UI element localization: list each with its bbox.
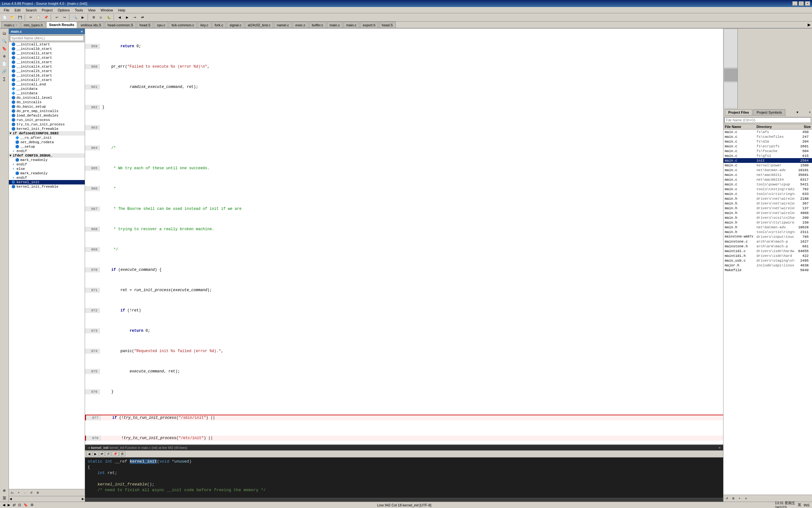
file-row[interactable]: main.hdrivers\net\wireles367 — [723, 201, 812, 206]
tab-scroll-right[interactable]: ▶ — [808, 22, 811, 28]
symbol-item[interactable]: 🔵 kernel_init_freeable — [9, 127, 85, 131]
project-icon[interactable]: 🗂 — [1, 30, 8, 37]
file-row[interactable]: main.hdrivers\net\wireles2188 — [723, 196, 812, 201]
file-row[interactable]: maintidi.hdrivers\isdn\hard422 — [723, 253, 812, 258]
symbol-item[interactable]: 🔵 __setup — [9, 144, 85, 149]
file-row[interactable]: main.cnet\mac8021135691 — [723, 172, 812, 177]
symbol-group[interactable]: ▼ if defined(CONFIG_DEBI — [9, 131, 85, 136]
menu-options[interactable]: Options — [55, 8, 73, 13]
symbol-item[interactable]: 🔵 do_pre_smp_initcalls — [9, 109, 85, 113]
bottom-sync-button[interactable]: ⇄ — [99, 452, 105, 456]
symbol-item-kernel-init-freeable[interactable]: 🔵 kernel_init_freeable — [9, 184, 85, 189]
file-row[interactable]: main.cfs\gfs2615 — [723, 153, 812, 158]
symbol-item[interactable]: 🔵 mark_readonly — [9, 158, 85, 162]
find-button[interactable]: 🔍 — [72, 14, 79, 21]
tab-exec[interactable]: exec.c — [293, 22, 308, 28]
symbol-item[interactable]: 🔵 __initcall5_start — [9, 69, 85, 73]
file-row[interactable]: main.cfs\dlm204 — [723, 139, 812, 144]
mark-icon[interactable]: ⊡ — [18, 503, 21, 507]
tab-head-s[interactable]: head.S — [137, 22, 154, 28]
maximize-button[interactable]: □ — [799, 1, 804, 6]
file-row[interactable]: main.cfs\fscache504 — [723, 149, 812, 153]
file-row[interactable]: main.ctools\power\cpup5421 — [723, 182, 812, 187]
symbol-item-endif[interactable]: 🔹 endif — [9, 162, 85, 167]
debug-button[interactable]: 🐛 — [105, 14, 112, 21]
undo-button[interactable]: ↩ — [53, 14, 60, 21]
symbol-item[interactable]: 🔵 __initcall_start — [9, 42, 85, 47]
save-button[interactable]: 💾 — [16, 14, 23, 21]
bottom-back-button[interactable]: ◀ — [86, 452, 92, 456]
sidebar-close[interactable]: × — [81, 30, 83, 33]
sync-button[interactable]: ⇄ — [139, 14, 146, 21]
tab-tick-common[interactable]: tick-common.c — [169, 22, 197, 28]
tab-export-h[interactable]: export.h — [360, 22, 378, 28]
run-button[interactable]: ▷ — [98, 14, 105, 21]
file-row[interactable]: main.cnet\batman-adv18101 — [723, 168, 812, 172]
file-row-selected[interactable]: main.cinit2564 — [723, 158, 812, 163]
symbol-icon[interactable]: ∑ — [1, 76, 8, 83]
symbol-item[interactable]: 🔷 __ro_after_init — [9, 136, 85, 140]
symbol-item-endif[interactable]: 🔹 endif — [9, 149, 85, 153]
tab-vmlinux-lds[interactable]: vmlinux.lds.S — [78, 22, 104, 28]
options-button[interactable]: ⚙ — [35, 490, 41, 496]
tab-signal-c[interactable]: signal.c — [227, 22, 244, 28]
right-panel-menu[interactable]: ▼ — [797, 111, 798, 114]
symbol-item[interactable]: 🔵 __initcall2_start — [9, 55, 85, 60]
tab-head-common[interactable]: head-common.S — [105, 22, 136, 28]
cut-button[interactable]: ✂ — [27, 14, 34, 21]
bottom-refresh-button[interactable]: ↺ — [105, 452, 111, 456]
symbol-item[interactable]: 🔷 __initdata — [9, 87, 85, 91]
file-row[interactable]: main.cnet\mac8021546317 — [723, 177, 812, 182]
tab-key-c[interactable]: key.c — [198, 22, 211, 28]
file-row[interactable]: main.ctools\virtio\ringtes633 — [723, 192, 812, 196]
symbol-item-kernel-init[interactable]: 🔵 kernel_init — [9, 180, 85, 184]
right-panel-close[interactable]: × — [809, 111, 811, 114]
tab-main-c[interactable]: main.c × — [1, 22, 20, 28]
alpha-sort-button[interactable]: A↓ — [9, 490, 15, 496]
rp-refresh-button[interactable]: ↺ — [724, 496, 730, 501]
search-icon[interactable]: 🔍 — [1, 38, 8, 44]
file-row[interactable]: main.hdrivers\net\wireles4966 — [723, 211, 812, 215]
symbol-item[interactable]: 🔵 __initcall6_start — [9, 73, 85, 78]
file-row[interactable]: main.ckernel\power1580 — [723, 163, 812, 168]
symbol-item[interactable]: 🔵 load_default_modules — [9, 113, 85, 118]
build-button[interactable]: ⚙ — [90, 14, 97, 21]
menu-edit[interactable]: Edit — [12, 8, 23, 13]
paste-button[interactable]: 📌 — [43, 14, 49, 21]
file-row[interactable]: main.cfs\ecryptfs2601 — [723, 144, 812, 149]
rp-options-button[interactable]: ≡ — [743, 496, 749, 501]
bottom-forward-button[interactable]: ▶ — [93, 452, 98, 456]
expand-button[interactable]: + — [16, 490, 21, 496]
symbol-item[interactable]: 🔵 run_init_process — [9, 118, 85, 122]
window-controls[interactable]: _ □ × — [792, 1, 810, 6]
nav-forward-icon[interactable]: ▶ — [8, 503, 10, 507]
symbol-item[interactable]: 🔵 __initcall_end — [9, 82, 85, 87]
jump-button[interactable]: ⇒ — [131, 14, 138, 21]
symbol-item[interactable]: 🔵 do_basic_setup — [9, 104, 85, 109]
new-button[interactable]: 📄 — [1, 14, 8, 21]
tab-namei[interactable]: namei.c — [274, 22, 292, 28]
file-row[interactable]: main.hdrivers\net\wireles137 — [723, 206, 812, 211]
symbol-item[interactable]: 🔵 do_initcall_level — [9, 95, 85, 100]
bottom-scrollbar[interactable] — [85, 498, 723, 502]
menu-window[interactable]: Window — [98, 8, 115, 13]
code-view[interactable]: 959 return 0; 960 pr_err("Failed to exec… — [85, 29, 723, 444]
tab-buffer[interactable]: buffer.c — [309, 22, 326, 28]
back-button[interactable]: ◀ — [116, 14, 123, 21]
tab-fork-c[interactable]: fork.c — [212, 22, 226, 28]
settings-icon[interactable]: ⚙ — [1, 53, 8, 60]
forward-button[interactable]: ▶ — [124, 14, 131, 21]
copy-button[interactable]: 📋 — [35, 14, 42, 21]
sync-icon[interactable]: ⇄ — [13, 503, 15, 507]
rp-add-button[interactable]: + — [737, 496, 743, 501]
tab-main2[interactable]: main.c — [327, 22, 343, 28]
tab-mm-types[interactable]: mm_types.h — [21, 22, 46, 28]
symbol-item[interactable]: 🔵 __initcall7_start — [9, 78, 85, 82]
symbol-group[interactable]: ▼ ifdef CONFIG_DEBUG_ — [9, 153, 85, 158]
symbol-item[interactable]: 🔵 do_initcalls — [9, 100, 85, 104]
file-row[interactable]: mainstone.carch\arm\mach-p1627 — [723, 239, 812, 244]
file-search-input[interactable] — [724, 117, 811, 123]
relation-icon[interactable]: 🔗 — [1, 68, 8, 75]
rp-settings-button[interactable]: ⚙ — [730, 496, 736, 501]
symbol-item[interactable]: 🔷 __initdata — [9, 91, 85, 95]
